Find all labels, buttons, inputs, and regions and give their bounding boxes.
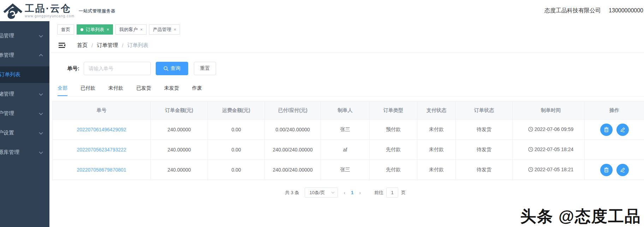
- clock-icon: [528, 147, 533, 152]
- col-maker: 制单人: [321, 101, 370, 120]
- col-order-amount: 订单金额(元): [151, 101, 208, 120]
- trash-icon: [604, 127, 609, 132]
- goto-page-input[interactable]: [386, 187, 398, 198]
- table-header-row: 单号 订单金额(元) 运费金额(元) 已付/应付(元) 制单人 订单类型 支付状…: [53, 101, 644, 120]
- breadcrumb-order-management[interactable]: 订单管理: [97, 42, 118, 49]
- table-row: 202207056234793222 240.00000 0.00 240.00…: [53, 140, 644, 160]
- company-phone: 13000000000: [609, 7, 643, 14]
- chevron-down-icon: [39, 34, 43, 38]
- brand-logo-icon: [3, 2, 23, 20]
- next-page-button[interactable]: ›: [359, 190, 361, 196]
- goto-label: 前往: [374, 190, 383, 196]
- trash-icon: [604, 167, 609, 173]
- order-no-link[interactable]: 202207061496429092: [77, 127, 126, 132]
- order-no-link[interactable]: 202207056234793222: [77, 147, 126, 153]
- status-tab-paid[interactable]: 已付款: [80, 85, 95, 96]
- reset-button[interactable]: 重置: [194, 62, 216, 75]
- clock-icon: [528, 127, 533, 132]
- order-no-input[interactable]: [84, 62, 151, 75]
- brand-title: 工品·云仓: [25, 3, 74, 14]
- close-icon[interactable]: ×: [107, 28, 109, 32]
- page-size-select[interactable]: 10条/页: [305, 187, 338, 198]
- col-actions: 操作: [585, 101, 644, 120]
- col-freight: 运费金额(元): [208, 101, 265, 120]
- edit-button[interactable]: [616, 124, 629, 136]
- col-paid-due: 已付/应付(元): [265, 101, 321, 120]
- col-create-time: 制单时间: [513, 101, 585, 120]
- delete-button[interactable]: [600, 124, 613, 136]
- tag-home[interactable]: 首页: [57, 24, 74, 35]
- order-list-page: 工品·云仓 www.gongpinyuncang.com 一站式管理服务器 态度…: [0, 0, 644, 227]
- pagination: 共 3 条 10条/页 ‹ 1 › 前往 页: [49, 187, 641, 198]
- status-tab-unpaid[interactable]: 未付款: [108, 85, 123, 96]
- chevron-down-icon: [39, 92, 43, 96]
- query-button[interactable]: 查询: [156, 62, 188, 75]
- clock-icon: [528, 167, 533, 172]
- col-pay-status: 支付状态: [417, 101, 456, 120]
- brand-url: www.gongpinyuncang.com: [25, 14, 74, 18]
- watermark-text: 头条 @态度工品: [520, 206, 641, 227]
- table-row: 202207058679870801 240.00000 0.00 240.00…: [53, 160, 644, 180]
- current-page[interactable]: 1: [351, 190, 353, 195]
- breadcrumb-separator: /: [91, 42, 93, 48]
- breadcrumb: 首页 / 订单管理 / 订单列表: [77, 42, 148, 49]
- sidebar-item-customer-management[interactable]: 客户管理: [0, 104, 49, 123]
- breadcrumb-separator: /: [122, 42, 123, 48]
- account-info: 态度工品科技有限公司 13000000000: [544, 0, 643, 21]
- breadcrumb-home[interactable]: 首页: [77, 42, 88, 49]
- prev-page-button[interactable]: ‹: [344, 190, 345, 196]
- order-table: 单号 订单金额(元) 运费金额(元) 已付/应付(元) 制单人 订单类型 支付状…: [52, 101, 644, 180]
- search-form: 单号: 查询 重置: [49, 53, 644, 75]
- tag-my-customers[interactable]: 我的客户 ×: [115, 24, 147, 35]
- active-dot: [80, 28, 83, 31]
- col-order-no: 单号: [53, 101, 151, 120]
- brand-slogan: 一站式管理服务器: [79, 8, 115, 14]
- order-no-link[interactable]: 202207058679870801: [77, 167, 126, 173]
- sidebar-item-order-management[interactable]: 订单管理: [0, 46, 49, 65]
- company-name: 态度工品科技有限公司: [544, 7, 601, 14]
- status-tab-void[interactable]: 作废: [192, 85, 202, 96]
- breadcrumb-order-list: 订单列表: [127, 42, 148, 49]
- top-header: 工品·云仓 www.gongpinyuncang.com 一站式管理服务器 态度…: [0, 0, 644, 21]
- chevron-down-icon: [39, 112, 43, 115]
- chevron-up-icon: [39, 54, 43, 57]
- sidebar: 产品管理 订单管理 订单列表 仓储管理 客户管理 账户设置: [0, 21, 49, 227]
- search-icon: [163, 66, 168, 71]
- col-order-status: 订单状态: [456, 101, 513, 120]
- chevron-down-icon: [331, 191, 335, 194]
- status-tabs: 全部 已付款 未付款 已发货 未发货 作废: [58, 85, 644, 96]
- close-icon[interactable]: ×: [140, 28, 143, 32]
- pagination-total: 共 3 条: [285, 190, 299, 196]
- chevron-down-icon: [39, 131, 43, 135]
- sidebar-menu: 产品管理 订单管理 订单列表 仓储管理 客户管理 账户设置: [0, 26, 49, 162]
- tags-view-bar: 首页 订单列表 × 我的客户 × 产品管理 ×: [49, 21, 644, 38]
- edit-button[interactable]: [616, 164, 629, 176]
- tag-product-management[interactable]: 产品管理 ×: [149, 24, 180, 35]
- sidebar-item-resource-library[interactable]: 资源库管理: [0, 143, 49, 162]
- brand: 工品·云仓 www.gongpinyuncang.com 一站式管理服务器: [0, 1, 115, 20]
- col-order-type: 订单类型: [370, 101, 417, 120]
- status-tab-shipped[interactable]: 已发货: [136, 85, 151, 96]
- table-row: 202207061496429092 240.00000 0.00 0.00/2…: [53, 120, 644, 140]
- pen-icon: [620, 127, 625, 132]
- sidebar-item-account-settings[interactable]: 账户设置: [0, 123, 49, 143]
- pen-icon: [620, 167, 625, 173]
- tag-order-list-active[interactable]: 订单列表 ×: [77, 24, 113, 35]
- order-no-label: 单号:: [67, 65, 79, 72]
- status-tab-all[interactable]: 全部: [58, 85, 67, 96]
- breadcrumb-row: 首页 / 订单管理 / 订单列表: [49, 38, 644, 53]
- sidebar-item-warehouse-management[interactable]: 仓储管理: [0, 84, 49, 104]
- sidebar-item-order-list[interactable]: 订单列表: [0, 66, 49, 83]
- delete-button[interactable]: [600, 164, 613, 176]
- status-tab-unshipped[interactable]: 未发货: [164, 85, 179, 96]
- sidebar-item-product-management[interactable]: 产品管理: [0, 26, 49, 46]
- main-content: 首页 订单列表 × 我的客户 × 产品管理 ×: [49, 21, 644, 227]
- page-unit-label: 页: [401, 190, 406, 196]
- sidebar-collapse-icon[interactable]: [58, 42, 66, 49]
- chevron-down-icon: [39, 151, 43, 154]
- close-icon[interactable]: ×: [174, 28, 176, 32]
